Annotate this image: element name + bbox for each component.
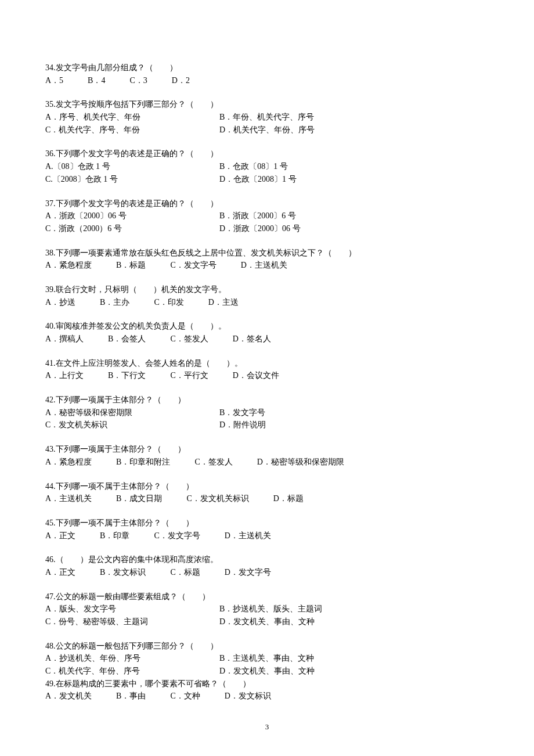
question-35: 35.发文字号按顺序包括下列哪三部分？（ ） A．序号、机关代字、年份 B．年份… (45, 98, 489, 136)
option-row: A．抄送机关、年份、序号 B．主送机关、事由、文种 (45, 652, 489, 665)
option-d: D．发文机关、事由、文种 (219, 615, 489, 628)
question-stem: 40.审阅核准并签发公文的机关负责人是（ ）。 (45, 320, 489, 333)
option-d: D．仓政〔2008〕1 号 (219, 173, 489, 186)
option-b: B．主送机关、事由、文种 (219, 652, 489, 665)
option-c: C．份号、秘密等级、主题词 (45, 615, 219, 628)
question-stem: 38.下列哪一项要素通常放在版头红色反线之上居中位置、发文机关标识之下？（ ） (45, 247, 489, 260)
question-stem: 41.在文件上应注明签发人、会签人姓名的是（ ）。 (45, 357, 489, 370)
option-row: C．份号、秘密等级、主题词 D．发文机关、事由、文种 (45, 615, 489, 628)
option-b: B．年份、机关代字、序号 (219, 111, 489, 124)
question-options: A．发文机关 B．事由 C．文种 D．发文标识 (45, 690, 489, 703)
option-c: C．机关代字、年份、序号 (45, 665, 219, 678)
question-stem: 45.下列哪一项不属于主体部分？（ ） (45, 517, 489, 530)
option-b: B．浙政〔2000〕6 号 (219, 210, 489, 222)
question-options: A．正文 B．发文标识 C．标题 D．发文字号 (45, 566, 489, 579)
option-d: D．附件说明 (219, 419, 489, 431)
question-45: 45.下列哪一项不属于主体部分？（ ） A．正文 B．印章 C．发文字号 D．主… (45, 517, 489, 542)
option-c: C．发文机关标识 (45, 419, 219, 431)
option-c: C．机关代字、序号、年份 (45, 124, 219, 136)
page-number: 3 (45, 721, 489, 733)
question-46: 46.（ ）是公文内容的集中体现和高度浓缩。 A．正文 B．发文标识 C．标题 … (45, 553, 489, 578)
question-36: 36.下列哪个发文字号的表述是正确的？（ ） A.〔08〕仓政 1 号 B．仓政… (45, 147, 489, 185)
question-stem: 35.发文字号按顺序包括下列哪三部分？（ ） (45, 98, 489, 111)
option-d: D．机关代字、年份、序号 (219, 124, 489, 136)
question-48: 48.公文的标题一般包括下列哪三部分？（ ） A．抄送机关、年份、序号 B．主送… (45, 640, 489, 678)
option-d: D．发文机关、事由、文种 (219, 665, 489, 678)
option-row: C．发文机关标识 D．附件说明 (45, 419, 489, 431)
option-row: A.〔08〕仓政 1 号 B．仓政〔08〕1 号 (45, 160, 489, 173)
question-options: A．5 B．4 C．3 D．2 (45, 74, 489, 87)
question-stem: 48.公文的标题一般包括下列哪三部分？（ ） (45, 640, 489, 653)
option-row: C.〔2008〕仓政 1 号 D．仓政〔2008〕1 号 (45, 173, 489, 186)
option-a: A．抄送机关、年份、序号 (45, 652, 219, 665)
document-page: 34.发文字号由几部分组成？（ ） A．5 B．4 C．3 D．2 35.发文字… (0, 0, 534, 756)
option-row: C．机关代字、序号、年份 D．机关代字、年份、序号 (45, 124, 489, 136)
question-stem: 43.下列哪一项属于主体部分？（ ） (45, 443, 489, 456)
option-row: C．机关代字、年份、序号 D．发文机关、事由、文种 (45, 665, 489, 678)
option-a: A．序号、机关代字、年份 (45, 111, 219, 124)
question-options: A．撰稿人 B．会签人 C．签发人 D．签名人 (45, 333, 489, 345)
option-a: A．秘密等级和保密期限 (45, 406, 219, 419)
question-44: 44.下列哪一项不属于主体部分？（ ） A．主送机关 B．成文日期 C．发文机关… (45, 480, 489, 505)
option-a: A．版头、发文字号 (45, 603, 219, 615)
question-42: 42.下列哪一项属于主体部分？（ ） A．秘密等级和保密期限 B．发文字号 C．… (45, 394, 489, 431)
question-43: 43.下列哪一项属于主体部分？（ ） A．紧急程度 B．印章和附注 C．签发人 … (45, 443, 489, 468)
option-c: C.〔2008〕仓政 1 号 (45, 173, 219, 186)
option-d: D．浙政〔2000〕06 号 (219, 222, 489, 235)
question-37: 37.下列哪个发文字号的表述是正确的？（ ） A．浙政〔2000〕06 号 B．… (45, 197, 489, 235)
question-38: 38.下列哪一项要素通常放在版头红色反线之上居中位置、发文机关标识之下？（ ） … (45, 247, 489, 272)
question-39: 39.联合行文时，只标明（ ）机关的发文字号。 A．抄送 B．主办 C．印发 D… (45, 283, 489, 308)
option-row: A．版头、发文字号 B．抄送机关、版头、主题词 (45, 603, 489, 615)
question-stem: 49.在标题构成的三要素中，哪个要素不可省略？（ ） (45, 678, 489, 690)
question-options: A．抄送 B．主办 C．印发 D．主送 (45, 296, 489, 309)
question-49: 49.在标题构成的三要素中，哪个要素不可省略？（ ） A．发文机关 B．事由 C… (45, 678, 489, 703)
question-stem: 34.发文字号由几部分组成？（ ） (45, 62, 489, 74)
option-row: A．序号、机关代字、年份 B．年份、机关代字、序号 (45, 111, 489, 124)
question-stem: 36.下列哪个发文字号的表述是正确的？（ ） (45, 147, 489, 160)
question-options: A．主送机关 B．成文日期 C．发文机关标识 D．标题 (45, 492, 489, 505)
question-stem: 46.（ ）是公文内容的集中体现和高度浓缩。 (45, 553, 489, 566)
question-stem: 44.下列哪一项不属于主体部分？（ ） (45, 480, 489, 493)
question-options: A．正文 B．印章 C．发文字号 D．主送机关 (45, 530, 489, 542)
option-b: B．抄送机关、版头、主题词 (219, 603, 489, 615)
question-stem: 47.公文的标题一般由哪些要素组成？（ ） (45, 591, 489, 603)
option-a: A.〔08〕仓政 1 号 (45, 160, 219, 173)
option-row: A．浙政〔2000〕06 号 B．浙政〔2000〕6 号 (45, 210, 489, 222)
question-options: A．上行文 B．下行文 C．平行文 D．会议文件 (45, 369, 489, 382)
option-c: C．浙政（2000）6 号 (45, 222, 219, 235)
option-a: A．浙政〔2000〕06 号 (45, 210, 219, 222)
question-40: 40.审阅核准并签发公文的机关负责人是（ ）。 A．撰稿人 B．会签人 C．签发… (45, 320, 489, 345)
question-stem: 42.下列哪一项属于主体部分？（ ） (45, 394, 489, 406)
option-row: C．浙政（2000）6 号 D．浙政〔2000〕06 号 (45, 222, 489, 235)
question-options: A．紧急程度 B．印章和附注 C．签发人 D．秘密等级和保密期限 (45, 456, 489, 469)
option-b: B．发文字号 (219, 406, 489, 419)
option-row: A．秘密等级和保密期限 B．发文字号 (45, 406, 489, 419)
option-b: B．仓政〔08〕1 号 (219, 160, 489, 173)
question-options: A．紧急程度 B．标题 C．发文字号 D．主送机关 (45, 259, 489, 272)
question-34: 34.发文字号由几部分组成？（ ） A．5 B．4 C．3 D．2 (45, 62, 489, 87)
question-stem: 39.联合行文时，只标明（ ）机关的发文字号。 (45, 283, 489, 296)
question-47: 47.公文的标题一般由哪些要素组成？（ ） A．版头、发文字号 B．抄送机关、版… (45, 591, 489, 628)
question-stem: 37.下列哪个发文字号的表述是正确的？（ ） (45, 197, 489, 210)
question-41: 41.在文件上应注明签发人、会签人姓名的是（ ）。 A．上行文 B．下行文 C．… (45, 357, 489, 382)
